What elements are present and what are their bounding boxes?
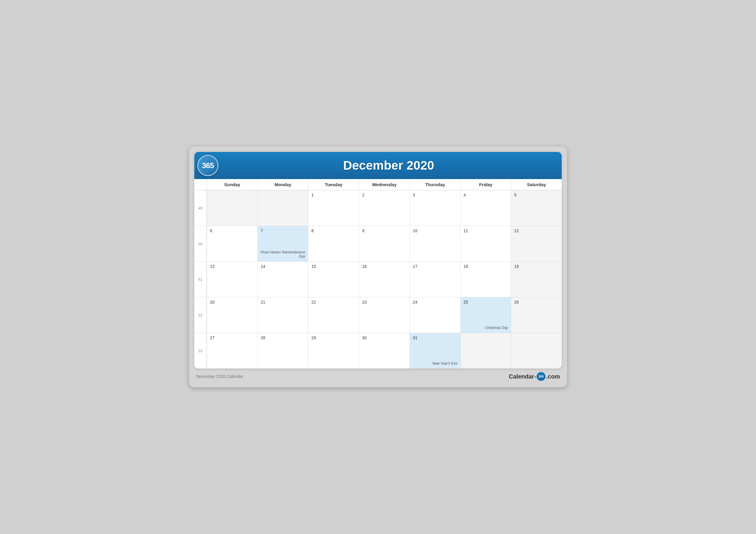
calendar-week-49: 4912345 (194, 190, 562, 226)
cal-cell-15[interactable]: 15 (308, 262, 359, 297)
week-num-52: 52 (194, 297, 207, 333)
day-number: 25 (464, 300, 508, 304)
holiday-label: New Year's Eve (432, 361, 457, 366)
cal-cell-30[interactable]: 30 (359, 333, 410, 369)
day-number: 8 (311, 228, 356, 233)
day-number: 1 (311, 193, 356, 197)
week-num-49: 49 (194, 190, 207, 226)
day-number: 11 (464, 228, 508, 233)
cal-cell-18[interactable]: 18 (460, 262, 511, 297)
day-number: 7 (261, 228, 305, 233)
dow-sunday: Sunday (207, 179, 257, 190)
day-number: 30 (362, 336, 407, 340)
day-number: 13 (210, 264, 255, 269)
cal-cell-16[interactable]: 16 (359, 262, 410, 297)
footer-left-text: December 2020 Calendar (196, 374, 243, 379)
day-number: 23 (362, 300, 407, 304)
week-label-header (194, 179, 207, 190)
cal-cell-27[interactable]: 27 (207, 333, 257, 369)
day-number: 17 (413, 264, 457, 269)
dow-tuesday: Tuesday (308, 179, 359, 190)
logo-text: 365 (202, 161, 214, 170)
cal-cell-8[interactable]: 8 (308, 226, 359, 261)
day-number: 28 (261, 336, 305, 340)
day-number: 27 (210, 336, 255, 340)
cal-cell-empty[interactable] (460, 333, 511, 369)
dow-thursday: Thursday (410, 179, 460, 190)
footer-calendar-text: Calendar- (509, 373, 536, 380)
day-number: 26 (514, 300, 559, 304)
cal-cell-26[interactable]: 26 (511, 297, 562, 333)
day-number: 19 (514, 264, 559, 269)
holiday-label: Christmas Day (485, 326, 508, 330)
logo-circle: 365 (197, 155, 219, 176)
week-num-50: 50 (194, 226, 207, 261)
day-number: 5 (514, 193, 559, 197)
calendar-card: 365 December 2020 Sunday Monday Tuesday … (194, 152, 562, 369)
cal-cell-23[interactable]: 23 (359, 297, 410, 333)
day-number: 21 (261, 300, 305, 304)
cal-cell-14[interactable]: 14 (257, 262, 308, 297)
day-number: 4 (464, 193, 508, 197)
cal-cell-29[interactable]: 29 (308, 333, 359, 369)
day-number: 15 (311, 264, 356, 269)
dow-monday: Monday (257, 179, 308, 190)
cal-cell-4[interactable]: 4 (460, 190, 511, 226)
cal-cell-empty[interactable] (257, 190, 308, 226)
cal-cell-21[interactable]: 21 (257, 297, 308, 333)
calendar-week-51: 5113141516171819 (194, 262, 562, 297)
day-number: 9 (362, 228, 407, 233)
dow-wednesday: Wednesday (359, 179, 410, 190)
cal-cell-17[interactable]: 17 (410, 262, 460, 297)
cal-cell-25[interactable]: 25Christmas Day (460, 297, 511, 333)
cal-cell-5[interactable]: 5 (511, 190, 562, 226)
cal-cell-20[interactable]: 20 (207, 297, 257, 333)
day-number: 2 (362, 193, 407, 197)
dow-saturday: Saturday (511, 179, 562, 190)
day-number: 20 (210, 300, 255, 304)
cal-cell-13[interactable]: 13 (207, 262, 257, 297)
cal-cell-19[interactable]: 19 (511, 262, 562, 297)
day-number: 29 (311, 336, 356, 340)
cal-cell-12[interactable]: 12 (511, 226, 562, 261)
cal-cell-24[interactable]: 24 (410, 297, 460, 333)
footer-right: Calendar- 365 .com (509, 372, 560, 381)
cal-cell-9[interactable]: 9 (359, 226, 410, 261)
day-number: 16 (362, 264, 407, 269)
cal-cell-empty[interactable] (207, 190, 257, 226)
day-number: 6 (210, 228, 255, 233)
week-num-51: 51 (194, 262, 207, 297)
day-number: 18 (464, 264, 508, 269)
cal-cell-1[interactable]: 1 (308, 190, 359, 226)
cal-cell-empty[interactable] (511, 333, 562, 369)
cal-cell-28[interactable]: 28 (257, 333, 308, 369)
day-number: 3 (413, 193, 457, 197)
page-footer: December 2020 Calendar Calendar- 365 .co… (194, 369, 562, 382)
footer-365-badge: 365 (537, 372, 546, 381)
cal-cell-3[interactable]: 3 (410, 190, 460, 226)
footer-dot-com: .com (546, 373, 560, 380)
cal-cell-31[interactable]: 31New Year's Eve (410, 333, 460, 369)
day-number: 14 (261, 264, 305, 269)
calendar-header: 365 December 2020 (194, 152, 562, 179)
dow-friday: Friday (460, 179, 511, 190)
holiday-label: Pearl Harbor Remembrance Day (258, 250, 305, 258)
cal-cell-11[interactable]: 11 (460, 226, 511, 261)
cal-cell-10[interactable]: 10 (410, 226, 460, 261)
page-title: December 2020 (225, 159, 553, 173)
cal-cell-6[interactable]: 6 (207, 226, 257, 261)
dow-row: Sunday Monday Tuesday Wednesday Thursday… (194, 179, 562, 190)
day-number: 12 (514, 228, 559, 233)
week-num-53: 53 (194, 333, 207, 369)
day-number: 22 (311, 300, 356, 304)
calendar-week-52: 52202122232425Christmas Day26 (194, 297, 562, 333)
calendar-body: 49123455067Pearl Harbor Remembrance Day8… (194, 190, 562, 369)
cal-cell-7[interactable]: 7Pearl Harbor Remembrance Day (257, 226, 308, 261)
day-number: 24 (413, 300, 457, 304)
day-number: 10 (413, 228, 457, 233)
calendar-week-50: 5067Pearl Harbor Remembrance Day89101112 (194, 226, 562, 262)
page-wrapper: 365 December 2020 Sunday Monday Tuesday … (189, 147, 567, 387)
cal-cell-2[interactable]: 2 (359, 190, 410, 226)
calendar-week-53: 532728293031New Year's Eve (194, 333, 562, 369)
cal-cell-22[interactable]: 22 (308, 297, 359, 333)
